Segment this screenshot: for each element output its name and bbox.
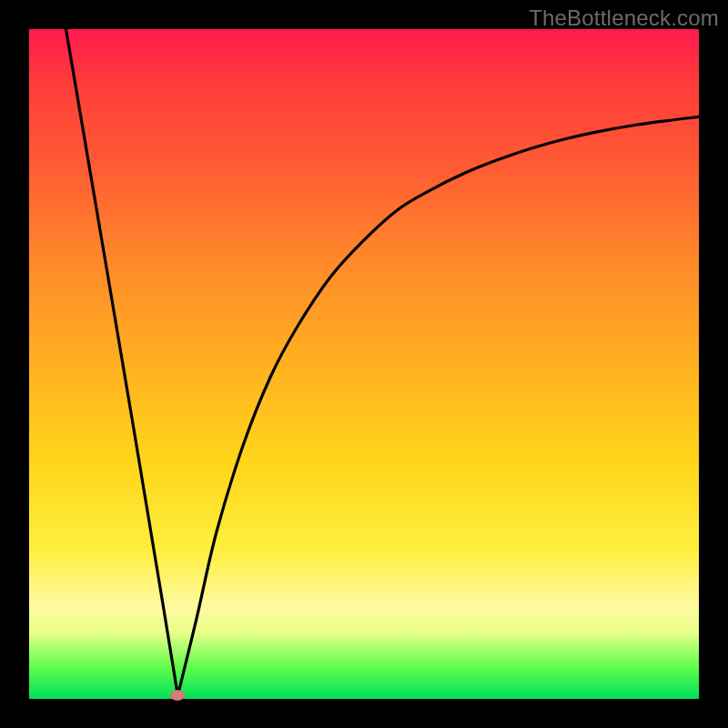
chart-frame: TheBottleneck.com: [0, 0, 728, 728]
bottleneck-marker: [170, 690, 185, 701]
watermark-text: TheBottleneck.com: [529, 5, 719, 31]
curve-left-segment: [66, 29, 177, 695]
plot-area: [29, 29, 699, 699]
bottleneck-curve: [29, 29, 699, 699]
curve-right-segment: [177, 116, 699, 695]
